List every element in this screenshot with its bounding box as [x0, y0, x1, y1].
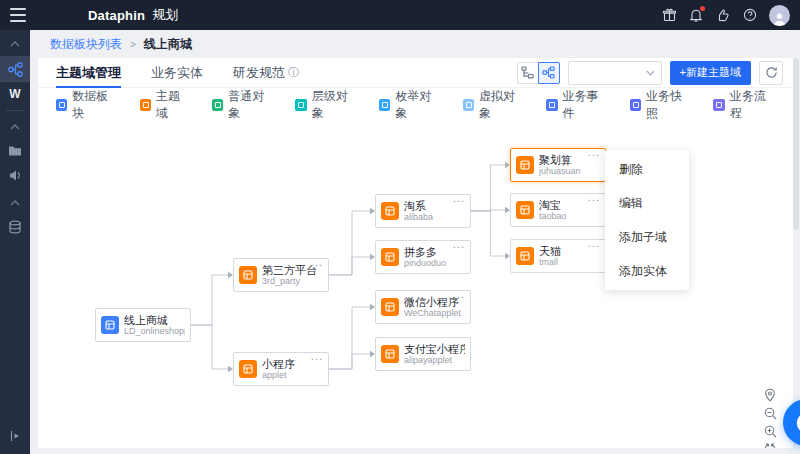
theme-domain-icon — [516, 201, 534, 219]
expand-panel-icon[interactable] — [0, 424, 30, 448]
breadcrumb: 数据板块列表 > 线上商城 — [50, 30, 192, 58]
database-icon[interactable] — [0, 215, 30, 239]
node-code: tmall — [539, 257, 561, 267]
notification-badge — [700, 6, 705, 11]
collapse-up-icon[interactable] — [0, 191, 30, 215]
domain-tree-canvas: 线上商城LD_onlineshopping第三方平台3rd_party...小程… — [38, 58, 793, 448]
node-title: 聚划算 — [539, 154, 581, 167]
node-title: 线上商城 — [124, 314, 185, 327]
feedback-icon[interactable] — [715, 7, 731, 23]
help-icon[interactable] — [742, 7, 758, 23]
node-code: applet — [262, 370, 295, 380]
theme-domain-icon — [516, 156, 534, 174]
node-more-icon[interactable]: ... — [588, 146, 600, 158]
tree-node-applet[interactable]: 小程序applet... — [233, 352, 329, 386]
node-title: 天猫 — [539, 245, 561, 258]
planning-tree-icon — [8, 62, 23, 77]
module-title: 规划 — [152, 6, 178, 24]
canvas-toolbar — [763, 388, 777, 448]
tree-node-WeChatapplet[interactable]: 微信小程序WeChatapplet... — [375, 290, 471, 324]
collapse-up-icon[interactable] — [0, 32, 30, 56]
tree-node-root[interactable]: 线上商城LD_onlineshopping — [95, 308, 191, 342]
tree-node-alibaba[interactable]: 淘系alibaba... — [375, 194, 471, 228]
node-title: 淘系 — [404, 200, 433, 213]
node-more-icon[interactable]: ... — [453, 335, 465, 347]
context-menu-item-添加实体[interactable]: 添加实体 — [605, 254, 689, 288]
tree-node-alipayapplet[interactable]: 支付宝小程序alipayapplet... — [375, 337, 471, 371]
context-menu-item-删除[interactable]: 删除 — [605, 152, 689, 186]
context-menu-item-编辑[interactable]: 编辑 — [605, 186, 689, 220]
fit-view-icon[interactable] — [763, 442, 777, 448]
node-more-icon[interactable]: ... — [311, 256, 323, 268]
sidebar-divider — [6, 110, 24, 111]
tree-node-tmall[interactable]: 天猫tmall... — [510, 239, 606, 273]
collapse-up-icon[interactable] — [0, 115, 30, 139]
node-title: 小程序 — [262, 358, 295, 371]
node-context-menu: 删除编辑添加子域添加实体 — [605, 150, 689, 290]
service-icon — [792, 408, 800, 438]
tree-node-3rd_party[interactable]: 第三方平台3rd_party... — [233, 258, 329, 292]
sidebar: W — [0, 30, 30, 454]
node-code: pinduoduo — [404, 258, 446, 268]
theme-domain-icon — [516, 247, 534, 265]
node-code: WeChatapplet — [404, 308, 461, 318]
theme-domain-icon — [239, 360, 257, 378]
node-title: 淘宝 — [539, 199, 567, 212]
context-menu-item-添加子域[interactable]: 添加子域 — [605, 220, 689, 254]
tree-node-pinduoduo[interactable]: 拼多多pinduoduo... — [375, 240, 471, 274]
app-brand: Dataphin 规划 — [88, 0, 178, 30]
node-code: alibaba — [404, 212, 433, 222]
main-panel: 主题域管理业务实体研发规范ⓘ +新建主题 — [38, 58, 793, 448]
node-code: juhuasuan — [539, 166, 581, 176]
zoom-out-icon[interactable] — [763, 406, 777, 420]
node-title: 第三方平台 — [262, 264, 317, 277]
node-more-icon[interactable]: ... — [453, 192, 465, 204]
sidebar-item-workspace[interactable]: W — [0, 82, 30, 106]
sidebar-item-planning[interactable] — [0, 56, 30, 82]
breadcrumb-current: 线上商城 — [144, 36, 192, 53]
node-more-icon[interactable]: ... — [453, 288, 465, 300]
breadcrumb-parent-link[interactable]: 数据板块列表 — [50, 36, 122, 53]
node-more-icon[interactable]: ... — [453, 238, 465, 250]
tree-node-juhuasuan[interactable]: 聚划算juhuasuan... — [510, 148, 606, 182]
theme-domain-icon — [381, 248, 399, 266]
megaphone-icon[interactable] — [0, 163, 30, 187]
theme-domain-icon — [381, 345, 399, 363]
zoom-in-icon[interactable] — [763, 424, 777, 438]
menu-icon[interactable] — [10, 8, 26, 22]
notification-bell-icon[interactable] — [688, 7, 704, 23]
gift-icon[interactable] — [661, 7, 677, 23]
node-more-icon[interactable]: ... — [588, 191, 600, 203]
tree-node-taobao[interactable]: 淘宝taobao... — [510, 193, 606, 227]
data-board-icon — [101, 316, 119, 334]
locate-icon[interactable] — [763, 388, 777, 402]
theme-domain-icon — [381, 298, 399, 316]
node-code: taobao — [539, 211, 567, 221]
node-code: alipayapplet — [404, 355, 465, 365]
theme-domain-icon — [381, 202, 399, 220]
brand-name: Dataphin — [88, 8, 145, 23]
node-more-icon[interactable]: ... — [588, 237, 600, 249]
workspace-letter: W — [9, 87, 20, 101]
node-code: LD_onlineshopping — [124, 326, 185, 336]
breadcrumb-separator: > — [130, 39, 136, 50]
topbar-actions — [661, 0, 790, 30]
topbar: Dataphin 规划 — [0, 0, 800, 30]
folder-icon[interactable] — [0, 139, 30, 163]
user-avatar[interactable] — [769, 5, 790, 26]
node-more-icon[interactable]: ... — [311, 350, 323, 362]
node-code: 3rd_party — [262, 276, 317, 286]
vertical-scrollbar[interactable] — [793, 58, 799, 230]
node-title: 拼多多 — [404, 246, 446, 259]
theme-domain-icon — [239, 266, 257, 284]
